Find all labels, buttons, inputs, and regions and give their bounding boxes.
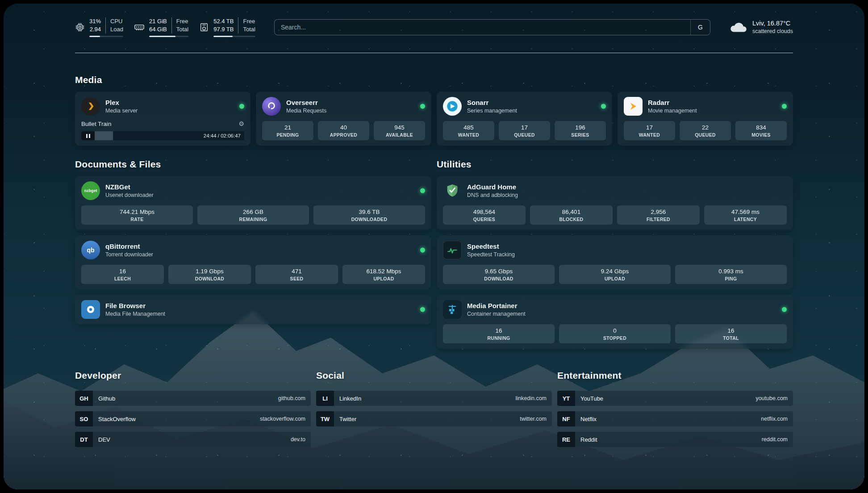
stat-label: APPROVED [320,132,367,138]
bookmark-reddit[interactable]: RE Reddit reddit.com [557,432,793,447]
weather-condition: scattered clouds [752,28,793,35]
stat-label: UPLOAD [561,276,669,281]
adguard-stats: 498,564 QUERIES 86,401 BLOCKED 2,956 FIL… [443,205,787,225]
radarr-icon [624,97,643,116]
bookmark-linkedin[interactable]: LI LinkedIn linkedin.com [316,391,552,406]
portainer-stats: 16 RUNNING 0 STOPPED 16 TOTAL [443,324,787,343]
section-title-entertainment: Entertainment [557,370,793,381]
speedtest-card[interactable]: Speedtest Speedtest Tracking 9.65 Gbps D… [437,235,793,289]
bookmark-dev[interactable]: DT DEV dev.to [75,432,311,447]
app-name: Plex [105,99,138,106]
cpu-usage-bar [89,36,123,37]
app-name: File Browser [105,302,165,309]
cpu-load-label: Load [110,25,123,33]
stat-value: 16 [83,268,162,275]
stat-value: 196 [556,124,604,131]
weather-widget: Lviv, 16.87°C scattered clouds [729,19,793,35]
stat-value: 22 [681,124,729,131]
bookmark-stackoverflow[interactable]: SO StackOverflow stackoverflow.com [75,411,311,426]
adguard-icon [443,181,462,200]
qbittorrent-card[interactable]: qb qBittorrent Torrent downloader 16 [75,235,431,289]
app-name: AdGuard Home [467,183,518,191]
stat-value: 0.993 ms [677,268,785,275]
app-name: qBittorrent [105,242,153,250]
stat-downloaded: 39.6 TB DOWNLOADED [313,205,425,225]
bookmark-github[interactable]: GH Github github.com [75,391,311,406]
stat-leech: 16 LEECH [81,265,164,284]
section-title-developer: Developer [75,370,311,381]
bookmark-abbr: TW [316,411,334,426]
stat-label: RATE [83,217,191,222]
bookmark-url: netflix.com [761,416,788,422]
bookmark-netflix[interactable]: NF Netflix netflix.com [557,411,793,426]
stat-wanted: 17 WANTED [624,121,675,140]
search-provider-button[interactable]: G [690,20,710,35]
qbittorrent-stats: 16 LEECH 1.19 Gbps DOWNLOAD 471 SEED [81,265,425,284]
stat-latency: 47.569 ms LATENCY [704,205,787,225]
plex-icon [81,97,100,116]
now-playing-title: Bullet Train [81,121,112,127]
stat-pending: 21 PENDING [262,121,313,140]
stat-value: 86,401 [532,209,611,215]
stat-value: 16 [677,327,785,334]
stat-value: 471 [257,268,336,275]
stat-blocked: 86,401 BLOCKED [530,205,613,225]
bookmark-twitter[interactable]: TW Twitter twitter.com [316,411,552,426]
status-dot [420,248,425,253]
stat-ping: 0.993 ms PING [675,265,787,284]
stat-label: PING [677,276,785,281]
stat-remaining: 266 GB REMAINING [197,205,309,225]
portainer-card[interactable]: Media Portainer Container management 16 … [437,295,793,349]
stat-label: DOWNLOAD [445,276,553,281]
status-dot [239,104,244,109]
stat-queued: 22 QUEUED [680,121,731,140]
stat-value: 498,564 [445,209,524,215]
portainer-icon [443,300,462,319]
sonarr-card[interactable]: Sonarr Series management 485 WANTED 17 Q… [437,92,612,146]
app-subtitle: Media Requests [286,108,326,114]
playback-progress-bar[interactable]: 24:44 / 02:06:47 [81,131,244,140]
filebrowser-card[interactable]: File Browser Media File Management [75,295,431,324]
stat-series: 196 SERIES [555,121,606,140]
stat-value: 17 [626,124,673,131]
pause-button[interactable] [81,131,95,140]
stat-label: SERIES [556,132,604,138]
stat-value: 618.52 Mbps [344,268,423,275]
stat-filtered: 2,956 FILTERED [617,205,700,225]
bookmark-url: linkedin.com [516,395,547,401]
search-input[interactable] [275,20,690,35]
nzbget-card[interactable]: nzbget NZBGet Usenet downloader 744.21 M… [75,176,431,230]
app-subtitle: Torrent downloader [105,251,153,258]
bookmark-name: DEV [98,436,110,443]
search-bar: G [274,19,710,35]
stat-value: 17 [501,124,548,131]
gear-icon[interactable]: ⚙ [238,120,244,127]
app-subtitle: DNS and adblocking [467,192,518,198]
adguard-card[interactable]: AdGuard Home DNS and adblocking 498,564 … [437,176,793,230]
stat-label: LEECH [83,276,162,281]
stat-upload: 618.52 Mbps UPLOAD [342,265,425,284]
nzbget-icon: nzbget [81,181,100,200]
overseerr-card[interactable]: Overseerr Media Requests 21 PENDING 40 A… [256,92,431,146]
nzbget-icon-text: nzbget [84,188,97,193]
status-dot [782,104,787,109]
disk-widget: 52.4 TB 97.9 TB Free Total [199,17,255,37]
section-title-utilities: Utilities [437,159,793,170]
disk-free-value: 52.4 TB [213,17,234,25]
radarr-card[interactable]: Radarr Movie management 17 WANTED 22 QUE… [618,92,793,146]
bookmark-abbr: SO [75,411,93,426]
stat-label: QUEUED [501,132,548,138]
app-subtitle: Series management [467,108,517,114]
memory-total-value: 64 GiB [149,25,167,33]
app-name: Sonarr [467,99,517,106]
stat-value: 0 [561,327,669,334]
app-subtitle: Container management [467,311,526,317]
stat-value: 485 [445,124,492,131]
section-title-social: Social [316,370,552,381]
cloud-icon [729,21,748,34]
bookmark-name: StackOverflow [98,416,136,422]
bookmark-youtube[interactable]: YT YouTube youtube.com [557,391,793,406]
plex-card[interactable]: Plex Media server Bullet Train ⚙ 24:44 /… [75,92,250,146]
sonarr-stats: 485 WANTED 17 QUEUED 196 SERIES [443,121,606,140]
nzbget-stats: 744.21 Mbps RATE 266 GB REMAINING 39.6 T… [81,205,425,225]
